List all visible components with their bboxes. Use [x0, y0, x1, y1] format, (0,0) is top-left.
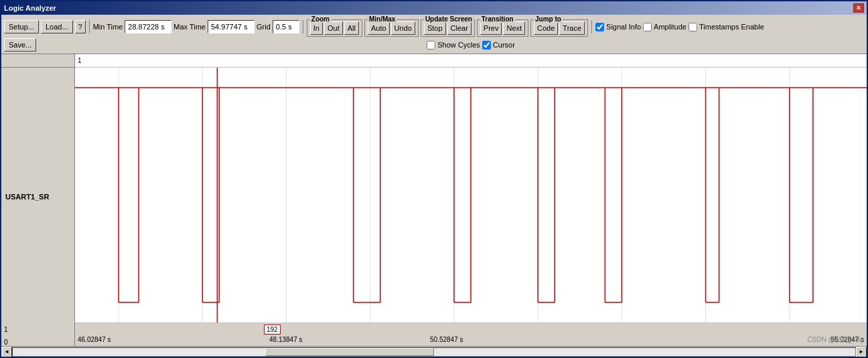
y-bottom-label: 0 [4, 339, 8, 346]
jumpto-group: Jump to Code Trace [530, 19, 588, 37]
jumpto-trace-button[interactable]: Trace [559, 21, 585, 35]
max-time-label: Max Time [173, 23, 206, 31]
update-screen-label: Update Screen [424, 15, 474, 23]
grid-label: Grid [257, 23, 271, 31]
cursor-label: Cursor [493, 41, 515, 49]
timestamps-label: Timestamps Enable [699, 23, 764, 31]
cursor-checkbox-container[interactable]: Cursor [482, 41, 515, 50]
minmax-auto-button[interactable]: Auto [368, 21, 390, 35]
chart-canvas [75, 68, 867, 323]
y-axis-labels: 1 0 [1, 326, 74, 346]
logic-analyzer-window: Logic Analyzer ✕ Setup... Load... ? Min … [0, 0, 868, 358]
update-stop-button[interactable]: Stop [424, 21, 446, 35]
chart-area: 1 [75, 54, 867, 346]
time-label-1: 46.02847 s [78, 336, 111, 343]
transition-group: Transition Prev Next [477, 19, 528, 37]
scrollbar-area: ◄ ► [1, 346, 867, 357]
scale-label-1: 1 [78, 57, 82, 64]
load-button[interactable]: Load... [41, 20, 73, 33]
waveform-svg [75, 68, 867, 323]
watermark: CSDN @初见_sdiy [807, 335, 864, 345]
y-top-label: 1 [4, 326, 8, 333]
timestamps-checkbox-container[interactable]: Timestamps Enable [689, 23, 764, 31]
zoom-in-button[interactable]: In [310, 21, 323, 35]
zoom-group: Zoom In Out All [307, 19, 362, 37]
zoom-group-label: Zoom [310, 15, 331, 23]
zoom-all-button[interactable]: All [344, 21, 359, 35]
separator-2 [303, 20, 303, 33]
amplitude-checkbox[interactable] [643, 23, 652, 31]
amplitude-label: Amplitude [654, 23, 686, 31]
minmax-undo-button[interactable]: Undo [391, 21, 415, 35]
show-cycles-checkbox[interactable] [427, 41, 435, 50]
min-time-value: 28.87228 s [125, 20, 171, 33]
help-button[interactable]: ? [75, 20, 86, 33]
transition-group-label: Transition [480, 15, 515, 23]
signal-info-label: Signal Info [606, 23, 641, 31]
signal-name: USART1_SR [5, 193, 49, 201]
toolbar-row-1: Setup... Load... ? Min Time 28.87228 s M… [4, 17, 864, 37]
transition-prev-button[interactable]: Prev [480, 21, 502, 35]
close-button[interactable]: ✕ [853, 3, 864, 13]
minmax-group-label: Min/Max [368, 15, 396, 23]
toolbar: Setup... Load... ? Min Time 28.87228 s M… [1, 15, 867, 54]
chart-bottom: 192 46.02847 s 48.13847 s 50.52847 s 55.… [75, 323, 867, 346]
jumpto-group-label: Jump to [534, 15, 563, 23]
scrollbar-right-button[interactable]: ► [856, 347, 867, 357]
time-label-3: 50.52847 s [430, 336, 463, 343]
update-screen-group: Update Screen Stop Clear [421, 19, 475, 37]
min-time-label: Min Time [93, 23, 123, 31]
scrollbar-track[interactable] [12, 347, 856, 357]
scrollbar-left-button[interactable]: ◄ [1, 347, 12, 357]
signal-info-checkbox-container[interactable]: Signal Info [595, 23, 641, 31]
title-bar: Logic Analyzer ✕ [1, 1, 867, 15]
cursor-value-label: 192 [264, 325, 281, 335]
show-cycles-label: Show Cycles [437, 41, 480, 49]
save-button[interactable]: Save... [4, 38, 36, 52]
window-title: Logic Analyzer [4, 4, 56, 12]
amplitude-checkbox-container[interactable]: Amplitude [643, 23, 686, 31]
update-clear-button[interactable]: Clear [447, 21, 472, 35]
signal-info-checkbox[interactable] [595, 23, 604, 31]
signal-label-header [1, 54, 74, 68]
cursor-checkbox[interactable] [482, 41, 491, 50]
toolbar-row-2: Save... Show Cycles Cursor [4, 38, 864, 52]
zoom-out-button[interactable]: Out [324, 21, 343, 35]
separator-3 [591, 20, 592, 33]
signal-label-area: USART1_SR [1, 68, 74, 326]
transition-next-button[interactable]: Next [503, 21, 525, 35]
setup-button[interactable]: Setup... [4, 20, 39, 33]
grid-value: 0.5 s [273, 20, 299, 33]
chart-scale-top: 1 [75, 54, 867, 68]
show-cycles-checkbox-container[interactable]: Show Cycles [427, 41, 480, 50]
max-time-value: 54.97747 s [208, 20, 255, 33]
separator-1 [89, 20, 90, 33]
main-content: USART1_SR 1 0 1 [1, 54, 867, 346]
jumpto-code-button[interactable]: Code [534, 21, 558, 35]
minmax-group: Min/Max Auto Undo [364, 19, 419, 37]
signal-labels-panel: USART1_SR 1 0 [1, 54, 75, 346]
time-label-cursor: 48.13847 s [269, 336, 303, 343]
scrollbar-thumb[interactable] [265, 348, 434, 356]
timestamps-checkbox[interactable] [689, 23, 697, 31]
